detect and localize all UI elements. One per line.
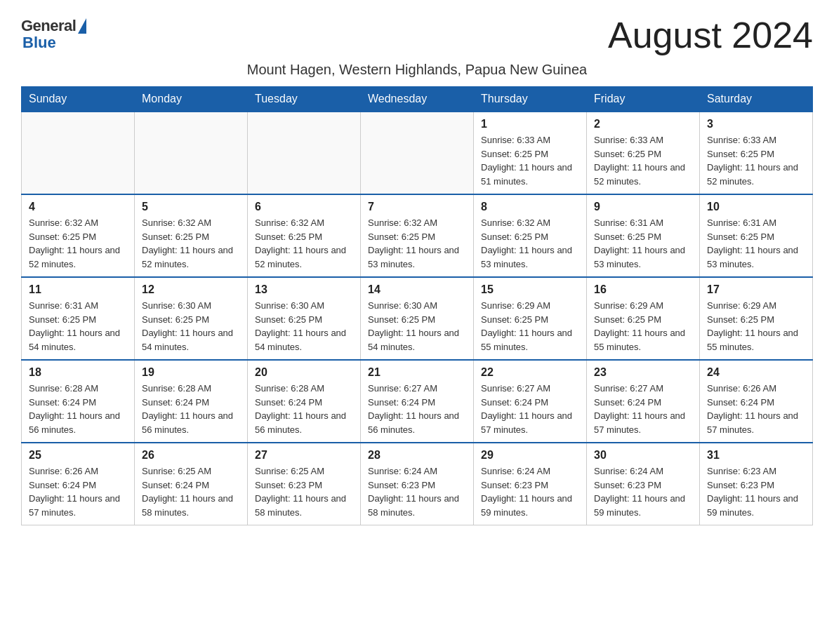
day-number: 27 xyxy=(255,449,353,462)
day-number: 21 xyxy=(368,366,466,379)
day-number: 28 xyxy=(368,449,466,462)
calendar-cell: 17Sunrise: 6:29 AMSunset: 6:25 PMDayligh… xyxy=(700,277,813,360)
calendar-cell xyxy=(248,112,361,194)
day-info: Sunrise: 6:32 AMSunset: 6:25 PMDaylight:… xyxy=(368,216,466,271)
day-info: Sunrise: 6:27 AMSunset: 6:24 PMDaylight:… xyxy=(594,382,692,436)
month-title: August 2024 xyxy=(608,14,813,56)
day-info: Sunrise: 6:29 AMSunset: 6:25 PMDaylight:… xyxy=(481,299,579,354)
day-info: Sunrise: 6:31 AMSunset: 6:25 PMDaylight:… xyxy=(707,216,805,271)
day-info: Sunrise: 6:28 AMSunset: 6:24 PMDaylight:… xyxy=(29,382,127,436)
calendar-cell: 25Sunrise: 6:26 AMSunset: 6:24 PMDayligh… xyxy=(22,443,135,525)
calendar-cell: 14Sunrise: 6:30 AMSunset: 6:25 PMDayligh… xyxy=(361,277,474,360)
day-number: 16 xyxy=(594,283,692,296)
day-info: Sunrise: 6:32 AMSunset: 6:25 PMDaylight:… xyxy=(142,216,240,271)
day-info: Sunrise: 6:27 AMSunset: 6:24 PMDaylight:… xyxy=(368,382,466,436)
calendar-cell: 16Sunrise: 6:29 AMSunset: 6:25 PMDayligh… xyxy=(587,277,700,360)
day-info: Sunrise: 6:26 AMSunset: 6:24 PMDaylight:… xyxy=(29,464,127,519)
day-info: Sunrise: 6:27 AMSunset: 6:24 PMDaylight:… xyxy=(481,382,579,436)
day-number: 1 xyxy=(481,118,579,130)
page-header: General Blue August 2024 xyxy=(21,14,813,56)
day-info: Sunrise: 6:33 AMSunset: 6:25 PMDaylight:… xyxy=(707,133,805,188)
day-info: Sunrise: 6:28 AMSunset: 6:24 PMDaylight:… xyxy=(142,382,240,436)
day-number: 15 xyxy=(481,283,579,296)
day-info: Sunrise: 6:31 AMSunset: 6:25 PMDaylight:… xyxy=(594,216,692,271)
day-info: Sunrise: 6:25 AMSunset: 6:24 PMDaylight:… xyxy=(142,464,240,519)
day-info: Sunrise: 6:32 AMSunset: 6:25 PMDaylight:… xyxy=(29,216,127,271)
day-number: 29 xyxy=(481,449,579,462)
calendar-cell: 15Sunrise: 6:29 AMSunset: 6:25 PMDayligh… xyxy=(474,277,587,360)
logo-blue-text: Blue xyxy=(21,34,56,52)
day-number: 20 xyxy=(255,366,353,379)
day-info: Sunrise: 6:32 AMSunset: 6:25 PMDaylight:… xyxy=(255,216,353,271)
day-number: 19 xyxy=(142,366,240,379)
day-info: Sunrise: 6:30 AMSunset: 6:25 PMDaylight:… xyxy=(368,299,466,354)
logo-triangle-icon xyxy=(78,18,86,34)
calendar-cell: 23Sunrise: 6:27 AMSunset: 6:24 PMDayligh… xyxy=(587,360,700,443)
day-number: 22 xyxy=(481,366,579,379)
day-info: Sunrise: 6:29 AMSunset: 6:25 PMDaylight:… xyxy=(594,299,692,354)
day-number: 11 xyxy=(29,283,127,296)
day-number: 4 xyxy=(29,201,127,213)
day-number: 17 xyxy=(707,283,805,296)
calendar-cell: 19Sunrise: 6:28 AMSunset: 6:24 PMDayligh… xyxy=(135,360,248,443)
day-number: 6 xyxy=(255,201,353,213)
logo: General Blue xyxy=(21,14,86,52)
calendar-cell xyxy=(135,112,248,194)
calendar-table: SundayMondayTuesdayWednesdayThursdayFrid… xyxy=(21,86,813,525)
day-info: Sunrise: 6:25 AMSunset: 6:23 PMDaylight:… xyxy=(255,464,353,519)
day-number: 9 xyxy=(594,201,692,213)
day-number: 7 xyxy=(368,201,466,213)
calendar-cell: 29Sunrise: 6:24 AMSunset: 6:23 PMDayligh… xyxy=(474,443,587,525)
calendar-cell: 3Sunrise: 6:33 AMSunset: 6:25 PMDaylight… xyxy=(700,112,813,194)
calendar-cell: 9Sunrise: 6:31 AMSunset: 6:25 PMDaylight… xyxy=(587,194,700,277)
calendar-cell: 22Sunrise: 6:27 AMSunset: 6:24 PMDayligh… xyxy=(474,360,587,443)
calendar-week-row: 4Sunrise: 6:32 AMSunset: 6:25 PMDaylight… xyxy=(22,194,813,277)
location-title: Mount Hagen, Western Highlands, Papua Ne… xyxy=(21,62,813,78)
day-number: 14 xyxy=(368,283,466,296)
day-number: 25 xyxy=(29,449,127,462)
day-info: Sunrise: 6:33 AMSunset: 6:25 PMDaylight:… xyxy=(594,133,692,188)
day-info: Sunrise: 6:31 AMSunset: 6:25 PMDaylight:… xyxy=(29,299,127,354)
calendar-cell: 27Sunrise: 6:25 AMSunset: 6:23 PMDayligh… xyxy=(248,443,361,525)
calendar-cell: 18Sunrise: 6:28 AMSunset: 6:24 PMDayligh… xyxy=(22,360,135,443)
day-info: Sunrise: 6:23 AMSunset: 6:23 PMDaylight:… xyxy=(707,464,805,519)
day-number: 31 xyxy=(707,449,805,462)
day-number: 10 xyxy=(707,201,805,213)
day-number: 12 xyxy=(142,283,240,296)
weekday-header-wednesday: Wednesday xyxy=(361,87,474,112)
calendar-cell: 8Sunrise: 6:32 AMSunset: 6:25 PMDaylight… xyxy=(474,194,587,277)
calendar-cell: 13Sunrise: 6:30 AMSunset: 6:25 PMDayligh… xyxy=(248,277,361,360)
calendar-cell: 7Sunrise: 6:32 AMSunset: 6:25 PMDaylight… xyxy=(361,194,474,277)
calendar-cell: 5Sunrise: 6:32 AMSunset: 6:25 PMDaylight… xyxy=(135,194,248,277)
day-number: 18 xyxy=(29,366,127,379)
calendar-cell: 30Sunrise: 6:24 AMSunset: 6:23 PMDayligh… xyxy=(587,443,700,525)
day-number: 26 xyxy=(142,449,240,462)
day-info: Sunrise: 6:30 AMSunset: 6:25 PMDaylight:… xyxy=(142,299,240,354)
calendar-cell xyxy=(22,112,135,194)
day-info: Sunrise: 6:32 AMSunset: 6:25 PMDaylight:… xyxy=(481,216,579,271)
day-number: 5 xyxy=(142,201,240,213)
calendar-cell: 26Sunrise: 6:25 AMSunset: 6:24 PMDayligh… xyxy=(135,443,248,525)
calendar-cell: 28Sunrise: 6:24 AMSunset: 6:23 PMDayligh… xyxy=(361,443,474,525)
day-number: 8 xyxy=(481,201,579,213)
calendar-cell: 11Sunrise: 6:31 AMSunset: 6:25 PMDayligh… xyxy=(22,277,135,360)
day-info: Sunrise: 6:24 AMSunset: 6:23 PMDaylight:… xyxy=(481,464,579,519)
calendar-cell: 12Sunrise: 6:30 AMSunset: 6:25 PMDayligh… xyxy=(135,277,248,360)
day-number: 2 xyxy=(594,118,692,130)
calendar-cell: 31Sunrise: 6:23 AMSunset: 6:23 PMDayligh… xyxy=(700,443,813,525)
weekday-header-sunday: Sunday xyxy=(22,87,135,112)
calendar-week-row: 11Sunrise: 6:31 AMSunset: 6:25 PMDayligh… xyxy=(22,277,813,360)
logo-general-text: General xyxy=(21,17,76,35)
day-info: Sunrise: 6:24 AMSunset: 6:23 PMDaylight:… xyxy=(594,464,692,519)
day-info: Sunrise: 6:33 AMSunset: 6:25 PMDaylight:… xyxy=(481,133,579,188)
calendar-week-row: 25Sunrise: 6:26 AMSunset: 6:24 PMDayligh… xyxy=(22,443,813,525)
day-info: Sunrise: 6:24 AMSunset: 6:23 PMDaylight:… xyxy=(368,464,466,519)
weekday-header-monday: Monday xyxy=(135,87,248,112)
day-number: 24 xyxy=(707,366,805,379)
calendar-cell: 6Sunrise: 6:32 AMSunset: 6:25 PMDaylight… xyxy=(248,194,361,277)
weekday-header-thursday: Thursday xyxy=(474,87,587,112)
calendar-cell: 4Sunrise: 6:32 AMSunset: 6:25 PMDaylight… xyxy=(22,194,135,277)
day-info: Sunrise: 6:28 AMSunset: 6:24 PMDaylight:… xyxy=(255,382,353,436)
weekday-header-saturday: Saturday xyxy=(700,87,813,112)
day-number: 13 xyxy=(255,283,353,296)
